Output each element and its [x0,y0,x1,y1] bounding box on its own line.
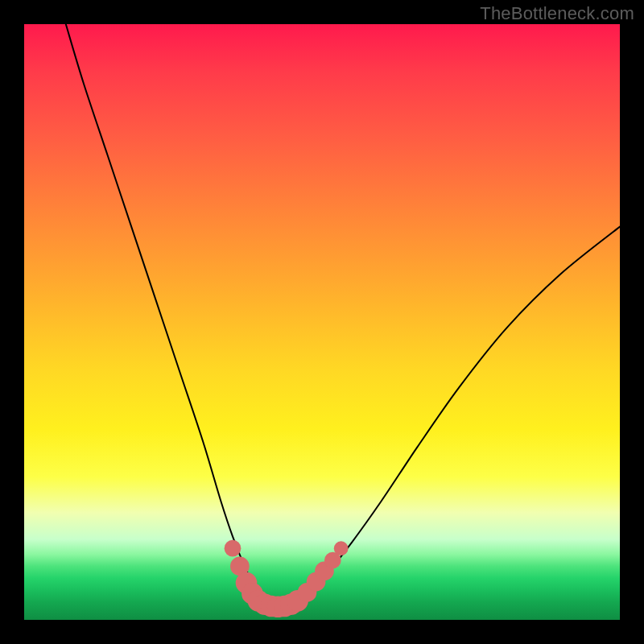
marker-dot [334,541,349,555]
watermark-text: TheBottleneck.com [480,3,634,24]
chart-frame: TheBottleneck.com [0,0,644,644]
bottleneck-curve [66,24,620,603]
marker-group [225,540,349,617]
marker-dot [225,540,242,557]
chart-svg [24,24,620,620]
plot-area [24,24,620,620]
